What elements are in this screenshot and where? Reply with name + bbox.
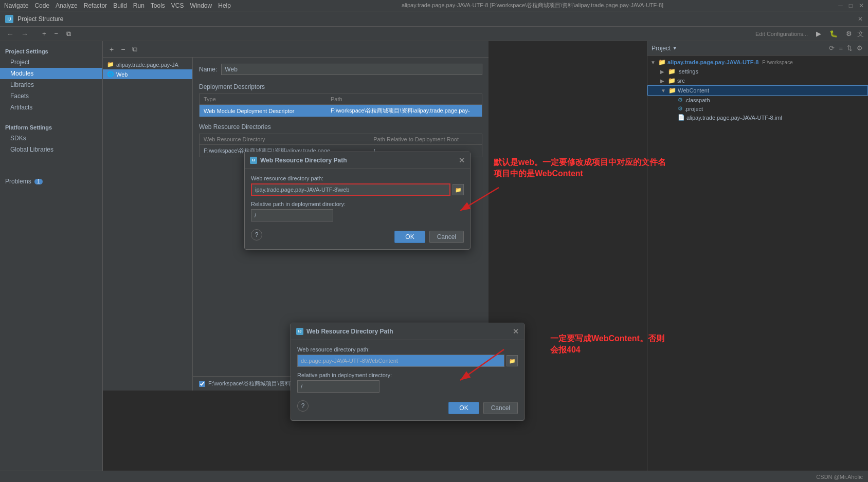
tree-classpath-label: .classpath (684, 97, 710, 103)
dialog2-relative-row (297, 380, 518, 393)
menu-build[interactable]: Build (113, 2, 127, 9)
ps-remove-button[interactable]: − (118, 44, 128, 54)
sidebar-item-sdks[interactable]: SDKs (0, 133, 102, 144)
platform-settings-title: Platform Settings (0, 121, 102, 133)
window-maximize-icon[interactable]: □ (849, 2, 853, 9)
sidebar-item-facets[interactable]: Facets (0, 90, 102, 102)
dialog2-browse-button[interactable]: 📁 (507, 355, 518, 366)
status-text: CSDN @Mr.Aholic (816, 474, 863, 480)
tree-toggle-root: ▼ (650, 60, 657, 65)
module-item-alipay[interactable]: 📁 alipay.trade.page.pay-JA (103, 60, 192, 69)
center-panel: + − ⧉ 📁 alipay.trade.page.pay-JA 🌐 Web (103, 41, 868, 471)
tree-iml-label: alipay.trade.page.pay-JAVA-UTF-8.iml (686, 115, 782, 121)
dialog1-body: Web resource directory path: 📁 Relative … (245, 169, 470, 249)
dialog1-cancel-button[interactable]: Cancel (429, 231, 464, 243)
module-list: 📁 alipay.trade.page.pay-JA 🌐 Web (103, 58, 193, 391)
dialog2-relative-input[interactable] (297, 380, 379, 393)
add-config-button[interactable]: + (39, 29, 49, 39)
settings-button[interactable]: ⚙ (843, 29, 855, 39)
module-item-web[interactable]: 🌐 Web (103, 69, 192, 79)
ps-add-button[interactable]: + (107, 44, 116, 54)
project-tree-title: Project (652, 45, 671, 52)
menu-vcs[interactable]: VCS (171, 2, 184, 9)
remove-config-button[interactable]: − (51, 29, 62, 39)
build-config-label: Edit Configurations... (755, 31, 808, 37)
project-dropdown-arrow-icon: ▼ (672, 45, 677, 51)
sidebar-problems[interactable]: Problems 1 (0, 176, 102, 187)
dialog1-close-button[interactable]: ✕ (459, 156, 465, 164)
menu-help[interactable]: Help (218, 2, 231, 9)
dialog2-path-input[interactable] (297, 355, 504, 367)
folder-icon-src: 📁 (668, 77, 676, 84)
sidebar-item-global-libraries[interactable]: Global Libraries (0, 144, 102, 155)
dialog2-cancel-button[interactable]: Cancel (483, 402, 518, 414)
sidebar-item-artifacts[interactable]: Artifacts (0, 102, 102, 113)
sidebar-item-modules[interactable]: Modules (0, 68, 102, 79)
sidebar-divider (0, 113, 102, 117)
tree-item-classpath[interactable]: ⚙ .classpath (647, 96, 868, 104)
run-button[interactable]: ▶ (813, 29, 824, 39)
debug-button[interactable]: 🐛 (826, 29, 841, 39)
dialog1-icon: IJ (250, 157, 257, 164)
dialog1-title-left: IJ Web Resource Directory Path (250, 157, 347, 164)
dialog2-ok-button[interactable]: OK (448, 402, 479, 414)
dialog1-path-input[interactable] (251, 183, 450, 196)
dialog2-close-button[interactable]: ✕ (513, 327, 519, 336)
window-minimize-icon[interactable]: ─ (838, 2, 843, 9)
tree-item-root[interactable]: ▼ 📁 alipay.trade.page.pay-JAVA-UTF-8 F:\… (647, 58, 868, 67)
collapse-icon[interactable]: ≡ (838, 44, 844, 52)
tree-project-label: .project (684, 106, 703, 112)
tree-item-settings[interactable]: ▶ 📁 .settings (647, 67, 868, 76)
dialog1-browse-button[interactable]: 📁 (453, 184, 464, 195)
menu-run[interactable]: Run (133, 2, 144, 9)
dialog2-icon: IJ (296, 328, 303, 335)
path-col-header: Path (327, 94, 482, 105)
tree-item-webcontent[interactable]: ▼ 📁 WebContent (647, 85, 868, 96)
sidebar-item-project[interactable]: Project (0, 57, 102, 68)
menu-bar[interactable]: Navigate Code Analyze Refactor Build Run… (0, 0, 868, 11)
dialog2-relative-label: Relative path in deployment directory: (297, 372, 518, 378)
window-title: Project Structure (17, 15, 854, 23)
right-toolbar: Project ▼ ⟳ ≡ ⇅ ⚙ (647, 41, 868, 55)
menu-code[interactable]: Code (34, 2, 49, 9)
source-checkbox[interactable] (199, 381, 205, 387)
close-window-button[interactable]: ✕ (858, 15, 863, 23)
module-item-alipay-label: alipay.trade.page.pay-JA (116, 62, 178, 68)
menu-analyze[interactable]: Analyze (56, 2, 78, 9)
title-bar: IJ Project Structure ✕ (0, 11, 868, 27)
tree-settings-label: .settings (677, 68, 698, 75)
copy-config-button[interactable]: ⧉ (63, 29, 74, 39)
tree-item-project[interactable]: ⚙ .project (647, 104, 868, 113)
name-input[interactable] (221, 64, 482, 75)
settings-gear-icon[interactable]: ⚙ (856, 44, 864, 52)
dialog1-title-bar: IJ Web Resource Directory Path ✕ (245, 152, 470, 169)
forward-button[interactable]: → (19, 29, 31, 39)
menu-tools[interactable]: Tools (151, 2, 165, 9)
right-panel: Project ▼ ⟳ ≡ ⇅ ⚙ ▼ 📁 alipay.trade.page.… (647, 41, 868, 471)
module-web-icon: 🌐 (107, 71, 114, 78)
sidebar: Project Settings Project Modules Librari… (0, 41, 103, 471)
tree-item-iml[interactable]: 📄 alipay.trade.page.pay-JAVA-UTF-8.iml (647, 113, 868, 122)
dialog1-relative-input[interactable] (251, 209, 333, 221)
menu-window[interactable]: Window (190, 2, 212, 9)
ps-copy-button[interactable]: ⧉ (130, 44, 140, 54)
sync-icon[interactable]: ⟳ (828, 44, 836, 52)
tree-item-src[interactable]: ▶ 📁 src (647, 76, 868, 85)
tree-webcontent-label: WebContent (678, 87, 709, 94)
dialog2-help-button[interactable]: ? (297, 400, 309, 412)
problems-badge: 1 (34, 179, 43, 184)
expand-icon[interactable]: ⇅ (846, 44, 854, 52)
window-close-icon[interactable]: ✕ (859, 2, 864, 9)
tree-src-label: src (677, 78, 685, 84)
menu-refactor[interactable]: Refactor (84, 2, 107, 9)
deployment-row[interactable]: Web Module Deployment Descriptor F:\work… (200, 105, 482, 117)
back-button[interactable]: ← (4, 29, 16, 39)
dialog1-ok-button[interactable]: OK (394, 231, 425, 243)
deployment-table: Type Path Web Module Deployment Descript… (199, 94, 482, 117)
menu-navigate[interactable]: Navigate (4, 2, 28, 9)
project-dropdown[interactable]: Project ▼ (652, 45, 677, 52)
dialog1-input-row: 📁 (251, 183, 464, 196)
dialog1-help-button[interactable]: ? (251, 229, 262, 240)
sidebar-item-libraries[interactable]: Libraries (0, 79, 102, 90)
right-toolbar-icons: ⟳ ≡ ⇅ ⚙ (828, 44, 864, 52)
